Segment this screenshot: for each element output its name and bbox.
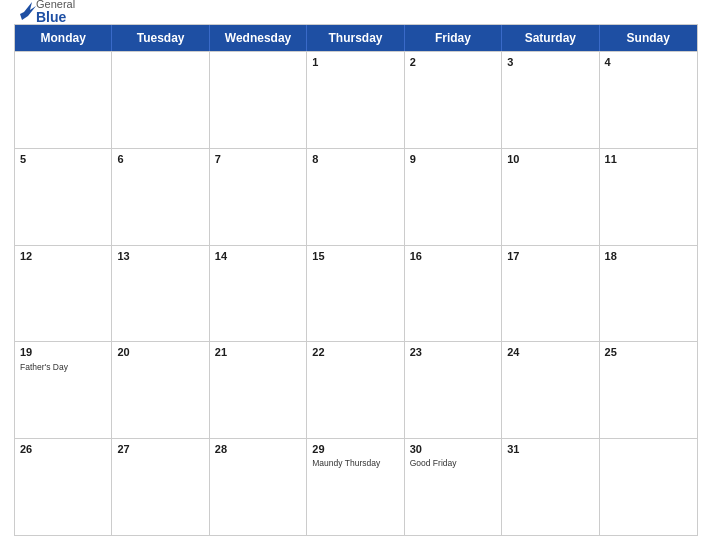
- day-number: 25: [605, 345, 692, 359]
- day-number: 8: [312, 152, 398, 166]
- calendar-cell-2: 2: [405, 52, 502, 148]
- calendar-week-1: 1234: [15, 51, 697, 148]
- calendar-cell-21: 21: [210, 342, 307, 438]
- logo: GeneralBlue: [14, 0, 84, 34]
- calendar-cell-10: 10: [502, 149, 599, 245]
- day-number: 2: [410, 55, 496, 69]
- calendar-cell-27: 27: [112, 439, 209, 535]
- calendar-cell-12: 12: [15, 246, 112, 342]
- generalblue-logo: GeneralBlue: [14, 0, 84, 34]
- day-number: 28: [215, 442, 301, 456]
- calendar-cell-15: 15: [307, 246, 404, 342]
- day-number: 10: [507, 152, 593, 166]
- calendar-week-5: 26272829Maundy Thursday30Good Friday31: [15, 438, 697, 535]
- calendar-cell-11: 11: [600, 149, 697, 245]
- calendar-cell-7: 7: [210, 149, 307, 245]
- day-number: 7: [215, 152, 301, 166]
- weekday-header-friday: Friday: [405, 25, 502, 51]
- day-number: 17: [507, 249, 593, 263]
- day-number: 1: [312, 55, 398, 69]
- day-number: 19: [20, 345, 106, 359]
- weekday-header-wednesday: Wednesday: [210, 25, 307, 51]
- calendar-cell-30: 30Good Friday: [405, 439, 502, 535]
- calendar-cell-29: 29Maundy Thursday: [307, 439, 404, 535]
- calendar-cell-18: 18: [600, 246, 697, 342]
- day-number: 21: [215, 345, 301, 359]
- day-number: 12: [20, 249, 106, 263]
- calendar-cell-17: 17: [502, 246, 599, 342]
- calendar-cell-28: 28: [210, 439, 307, 535]
- day-number: 22: [312, 345, 398, 359]
- calendar-cell-31: 31: [502, 439, 599, 535]
- weekday-header-tuesday: Tuesday: [112, 25, 209, 51]
- day-number: 15: [312, 249, 398, 263]
- calendar-cell-empty-0-1: [112, 52, 209, 148]
- calendar-cell-13: 13: [112, 246, 209, 342]
- weekday-header-sunday: Sunday: [600, 25, 697, 51]
- day-number: 4: [605, 55, 692, 69]
- calendar-cell-8: 8: [307, 149, 404, 245]
- day-number: 23: [410, 345, 496, 359]
- day-number: 18: [605, 249, 692, 263]
- event-label: Father's Day: [20, 362, 106, 372]
- day-number: 29: [312, 442, 398, 456]
- day-number: 26: [20, 442, 106, 456]
- svg-marker-2: [20, 2, 36, 20]
- calendar-cell-14: 14: [210, 246, 307, 342]
- calendar-cell-3: 3: [502, 52, 599, 148]
- calendar-cell-9: 9: [405, 149, 502, 245]
- calendar-cell-26: 26: [15, 439, 112, 535]
- svg-text:Blue: Blue: [36, 9, 67, 25]
- event-label: Good Friday: [410, 458, 496, 468]
- day-number: 20: [117, 345, 203, 359]
- calendar-week-3: 12131415161718: [15, 245, 697, 342]
- calendar-cell-23: 23: [405, 342, 502, 438]
- calendar-cell-empty-0-2: [210, 52, 307, 148]
- calendar-header: GeneralBlue: [14, 10, 698, 18]
- event-label: Maundy Thursday: [312, 458, 398, 468]
- calendar-grid: MondayTuesdayWednesdayThursdayFridaySatu…: [14, 24, 698, 536]
- day-number: 13: [117, 249, 203, 263]
- day-number: 31: [507, 442, 593, 456]
- day-number: 9: [410, 152, 496, 166]
- calendar-cell-25: 25: [600, 342, 697, 438]
- day-number: 11: [605, 152, 692, 166]
- calendar-page: GeneralBlue MondayTuesdayWednesdayThursd…: [0, 0, 712, 550]
- day-number: 5: [20, 152, 106, 166]
- calendar-cell-6: 6: [112, 149, 209, 245]
- day-number: 14: [215, 249, 301, 263]
- calendar-cell-5: 5: [15, 149, 112, 245]
- day-number: 24: [507, 345, 593, 359]
- day-number: 30: [410, 442, 496, 456]
- calendar-cell-16: 16: [405, 246, 502, 342]
- calendar-cell-empty-4-6: [600, 439, 697, 535]
- calendar-cell-20: 20: [112, 342, 209, 438]
- day-number: 27: [117, 442, 203, 456]
- calendar-week-4: 19Father's Day202122232425: [15, 341, 697, 438]
- calendar-week-2: 567891011: [15, 148, 697, 245]
- day-number: 16: [410, 249, 496, 263]
- weekday-header-thursday: Thursday: [307, 25, 404, 51]
- calendar-cell-19: 19Father's Day: [15, 342, 112, 438]
- day-number: 6: [117, 152, 203, 166]
- calendar-body: 12345678910111213141516171819Father's Da…: [15, 51, 697, 535]
- weekday-header-saturday: Saturday: [502, 25, 599, 51]
- calendar-weekday-headers: MondayTuesdayWednesdayThursdayFridaySatu…: [15, 25, 697, 51]
- calendar-cell-24: 24: [502, 342, 599, 438]
- calendar-cell-1: 1: [307, 52, 404, 148]
- calendar-cell-4: 4: [600, 52, 697, 148]
- day-number: 3: [507, 55, 593, 69]
- calendar-cell-22: 22: [307, 342, 404, 438]
- calendar-cell-empty-0-0: [15, 52, 112, 148]
